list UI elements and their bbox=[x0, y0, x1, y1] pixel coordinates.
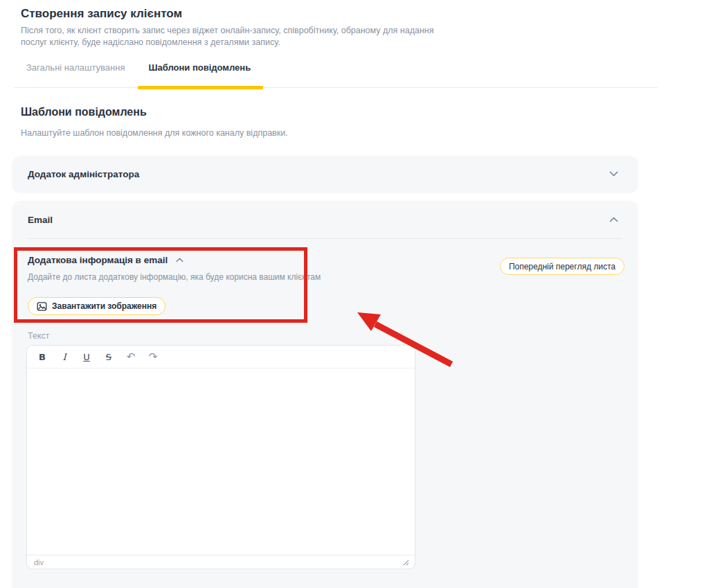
accordion-email: Email Додаткова інформація в email Додай… bbox=[12, 201, 638, 588]
editor-label: Текст bbox=[28, 331, 49, 341]
editor-status-bar: div bbox=[27, 555, 415, 569]
email-preview-button-label: Попередній перегляд листа bbox=[509, 262, 616, 271]
page-title: Створення запису клієнтом bbox=[21, 7, 182, 21]
tab-general-settings[interactable]: Загальні налаштування bbox=[26, 62, 125, 89]
page-description: Після того, як клієнт створить запис чер… bbox=[21, 25, 434, 48]
image-upload-icon bbox=[37, 301, 47, 312]
accordion-email-label: Email bbox=[28, 215, 53, 225]
extra-info-toggle[interactable]: Додаткова інформація в email bbox=[28, 255, 183, 265]
strikethrough-button[interactable]: S bbox=[100, 348, 117, 365]
page-description-line1: Після того, як клієнт створить запис чер… bbox=[21, 25, 434, 37]
section-title: Шаблони повідомлень bbox=[21, 106, 147, 118]
email-header-divider bbox=[28, 238, 622, 239]
tab-bar: Загальні налаштування Шаблони повідомлен… bbox=[26, 62, 251, 89]
tab-message-templates[interactable]: Шаблони повідомлень bbox=[148, 62, 251, 89]
italic-button[interactable]: I bbox=[56, 348, 73, 365]
chevron-up-icon[interactable] bbox=[176, 258, 183, 262]
extra-info-title: Додаткова інформація в email bbox=[28, 255, 168, 265]
bold-button[interactable]: B bbox=[34, 348, 51, 365]
rich-text-editor: B I U S ↶ ↷ div bbox=[26, 345, 415, 569]
extra-info-description: Додайте до листа додаткову інформацію, я… bbox=[28, 272, 321, 282]
email-preview-button[interactable]: Попередній перегляд листа bbox=[500, 258, 625, 275]
accordion-email-header[interactable]: Email bbox=[12, 201, 638, 238]
page-description-line2: послуг клієнту, буде надіслано повідомле… bbox=[21, 37, 434, 48]
tabs-divider bbox=[14, 87, 658, 88]
undo-button[interactable]: ↶ bbox=[123, 348, 139, 365]
chevron-down-icon[interactable] bbox=[609, 171, 618, 177]
editor-toolbar: B I U S ↶ ↷ bbox=[27, 346, 415, 368]
editor-content-area[interactable] bbox=[27, 368, 415, 555]
redo-button[interactable]: ↷ bbox=[145, 348, 161, 365]
accordion-admin-app-label: Додаток адміністратора bbox=[28, 169, 139, 179]
upload-image-button[interactable]: Завантажити зображення bbox=[28, 297, 165, 315]
section-description: Налаштуйте шаблон повідомлення для кожно… bbox=[21, 128, 288, 138]
accordion-admin-app: Додаток адміністратора bbox=[12, 156, 638, 192]
chevron-up-icon[interactable] bbox=[609, 217, 618, 223]
underline-button[interactable]: U bbox=[78, 348, 95, 365]
accordion-admin-app-header[interactable]: Додаток адміністратора bbox=[12, 156, 638, 192]
resize-handle-icon[interactable] bbox=[402, 559, 409, 566]
upload-image-button-label: Завантажити зображення bbox=[52, 301, 156, 311]
editor-node-path: div bbox=[34, 558, 44, 567]
